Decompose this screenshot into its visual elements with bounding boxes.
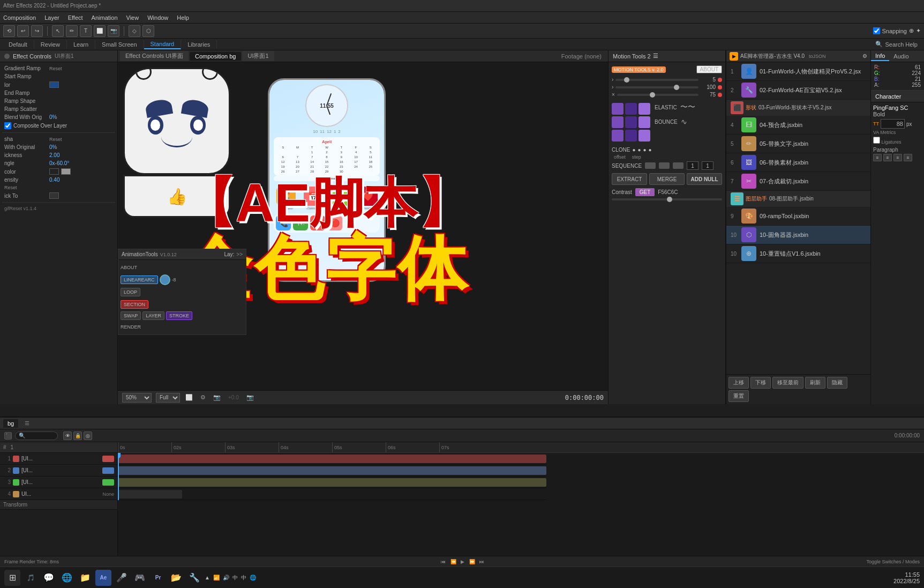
ws-tab-libraries[interactable]: Libraries xyxy=(181,40,217,49)
info-tab[interactable]: Info xyxy=(871,51,889,61)
rp-settings-icon[interactable]: ⚙ xyxy=(862,53,867,59)
ae-icon[interactable]: Ae xyxy=(95,570,111,586)
reset-btn1[interactable]: Reset xyxy=(49,66,62,71)
tl-layer-4[interactable]: 4 UI... None xyxy=(0,488,117,500)
at-expand-icon[interactable]: >> xyxy=(236,251,243,257)
next-frame-btn[interactable]: ⏩ xyxy=(469,559,475,564)
script-01[interactable]: 1 👤 01-FunWorld-人物创建精灵ProV5.2.jsx xyxy=(726,62,870,81)
ui-tab[interactable]: UI界面1 xyxy=(242,51,274,61)
camera-tool[interactable]: 📷 xyxy=(108,25,119,37)
browser-icon[interactable]: 🌐 xyxy=(59,570,75,586)
undo-btn[interactable]: ↩ xyxy=(17,25,29,37)
go-start-btn[interactable]: ⏮ xyxy=(441,559,446,564)
mt-y-slider[interactable] xyxy=(615,86,698,88)
menu-composition[interactable]: Composition xyxy=(3,14,36,21)
tiktok-icon[interactable]: 🎵 xyxy=(22,570,39,586)
tl-bg-tab[interactable]: bg xyxy=(3,419,18,428)
tl-layer-3[interactable]: 3 [UI... xyxy=(0,477,117,488)
reset-btn3[interactable]: Reset xyxy=(4,185,17,190)
ws-tab-review[interactable]: Review xyxy=(34,40,67,49)
grid-cell-8[interactable] xyxy=(625,130,637,142)
cam-icon2[interactable]: 📷 xyxy=(245,393,255,403)
explorer-icon[interactable]: 📁 xyxy=(77,570,93,586)
script-02[interactable]: 2 🔧 02-FunWorld-AE百宝箱V5.2.jsx xyxy=(726,81,870,100)
grid-cell-1[interactable] xyxy=(612,103,623,115)
get-btn[interactable]: GET xyxy=(635,188,655,196)
btn-hide[interactable]: 隐藏 xyxy=(827,377,847,389)
play-pause-btn[interactable]: ▶ xyxy=(461,559,464,564)
tl-lock-btn[interactable]: 🔒 xyxy=(73,431,82,440)
shape-tool[interactable]: ⬜ xyxy=(94,25,106,37)
tl-solo-btn[interactable]: ◎ xyxy=(84,431,92,440)
grid-cell-7[interactable] xyxy=(612,130,623,142)
align-right-btn[interactable]: ≡ xyxy=(893,154,902,161)
at-stroke-btn[interactable]: STROKE xyxy=(166,311,192,320)
btn-down[interactable]: 下移 xyxy=(750,377,771,389)
go-end-btn[interactable]: ⏭ xyxy=(479,559,484,564)
composite-checkbox[interactable] xyxy=(4,122,11,129)
align-left-btn[interactable]: ≡ xyxy=(873,154,882,161)
contrast-slider[interactable] xyxy=(612,198,722,200)
at-section-btn[interactable]: SECTION xyxy=(121,300,148,309)
vscode-icon[interactable]: 🔧 xyxy=(186,570,202,586)
menu-animation[interactable]: Animation xyxy=(92,14,118,21)
color-swatch2[interactable] xyxy=(61,168,71,175)
start-color-swatch[interactable] xyxy=(49,81,59,88)
composition-viewer[interactable]: 11:55 10111212 April S xyxy=(118,62,608,390)
script-06[interactable]: 6 🖼 06-替换素材.jsxbin xyxy=(726,153,870,172)
script-04[interactable]: 4 🎞 04-预合成.jsxbin xyxy=(726,116,870,135)
seq-num1[interactable]: 1 xyxy=(687,161,698,170)
comp-bg-tab[interactable]: Composition bg xyxy=(190,52,241,61)
snapping-checkbox[interactable] xyxy=(873,27,880,34)
game-icon[interactable]: 🎮 xyxy=(132,570,148,586)
premiere-icon[interactable]: Pr xyxy=(150,570,166,586)
mt-menu-icon[interactable]: ☰ xyxy=(653,53,658,59)
tl-vis-btn[interactable]: 👁 xyxy=(63,431,72,440)
at-layer-btn[interactable]: LAYER xyxy=(142,311,164,320)
grid-cell-5[interactable] xyxy=(625,116,637,128)
script-07[interactable]: 7 ✂ 07-合成裁切.jsxbin xyxy=(726,172,870,191)
audio-tab[interactable]: Audio xyxy=(889,52,913,61)
seq-num2[interactable]: 1 xyxy=(702,161,713,170)
btn-refresh[interactable]: 刷新 xyxy=(805,377,825,389)
ws-tab-smallscreen[interactable]: Small Screen xyxy=(95,40,144,49)
extract-btn[interactable]: EXTRACT xyxy=(612,173,647,185)
mic-icon[interactable]: 🎤 xyxy=(114,570,130,586)
at-linearearc-btn[interactable]: LINEAREARC xyxy=(121,276,158,284)
script-10b[interactable]: 10 ⊕ 10-重置锚点V1.6.jsxbin xyxy=(726,244,870,263)
effect-ctrl-tab[interactable]: Effect Controls UI界面 xyxy=(120,51,189,61)
grid-cell-2[interactable] xyxy=(625,103,637,115)
grid-cell-4[interactable] xyxy=(612,116,623,128)
grid-cell-3[interactable] xyxy=(638,103,650,115)
reset-btn2[interactable]: Reset xyxy=(49,137,62,142)
at-loop-btn[interactable]: LOOP xyxy=(121,288,140,296)
color-swatch[interactable] xyxy=(49,168,59,175)
start-icon[interactable]: ⊞ xyxy=(4,570,20,586)
menu-layer[interactable]: Layer xyxy=(44,14,59,21)
quality-select[interactable]: Full Half xyxy=(156,393,180,403)
files-icon[interactable]: 📂 xyxy=(168,570,184,586)
view-options-btn[interactable]: ⚙ xyxy=(198,393,208,403)
mt-z-slider[interactable] xyxy=(617,94,698,96)
mt-x-slider[interactable] xyxy=(615,79,698,81)
zoom-select[interactable]: 50% 100% 25% xyxy=(122,393,152,403)
btn-reset[interactable]: 重置 xyxy=(728,390,749,402)
roto-tool[interactable]: ⬡ xyxy=(142,25,154,37)
prev-frame-btn[interactable]: ⏪ xyxy=(450,559,456,564)
text-tool[interactable]: T xyxy=(80,25,92,37)
ws-tab-default[interactable]: Default xyxy=(2,40,34,49)
toggle-switches[interactable]: Toggle Switches / Modes xyxy=(866,559,920,564)
wechat-icon[interactable]: 💬 xyxy=(41,570,57,586)
at-swap-btn[interactable]: SWAP xyxy=(121,311,141,320)
script-10a[interactable]: 10 ⬡ 10-圆角器器.jsxbin xyxy=(726,226,870,244)
btn-top[interactable]: 移至最前 xyxy=(772,377,803,389)
ligatures-checkbox[interactable] xyxy=(873,137,880,144)
redo-btn[interactable]: ↪ xyxy=(31,25,43,37)
snapshot-btn[interactable]: 📷 xyxy=(212,393,222,403)
merge-btn[interactable]: MERGE xyxy=(649,173,685,185)
menu-help[interactable]: Help xyxy=(177,14,189,21)
backto-swatch[interactable] xyxy=(49,192,59,199)
panel-close-icon[interactable] xyxy=(4,54,10,59)
justify-btn[interactable]: ≡ xyxy=(904,154,912,161)
tl-layer-1[interactable]: 1 [UI... xyxy=(0,453,117,465)
